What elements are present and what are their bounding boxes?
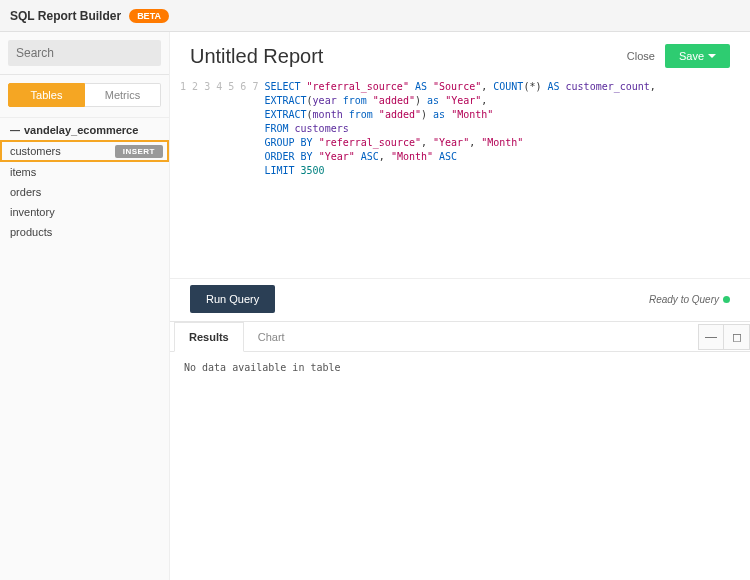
main-panel: Untitled Report Close Save 1 2 3 4 5 6 7… [170, 32, 750, 580]
save-label: Save [679, 50, 704, 62]
insert-button[interactable]: INSERT [115, 145, 163, 158]
tab-results[interactable]: Results [174, 322, 244, 352]
status-text: Ready to Query [649, 294, 719, 305]
results-header: Results Chart — ◻ [170, 321, 750, 352]
app-title: SQL Report Builder [10, 9, 121, 23]
table-label: customers [10, 145, 61, 157]
database-header[interactable]: — vandelay_ecommerce [0, 117, 169, 140]
maximize-icon: ◻ [732, 330, 742, 344]
run-query-button[interactable]: Run Query [190, 285, 275, 313]
results-empty-text: No data available in table [184, 362, 341, 373]
collapse-icon: — [10, 125, 20, 136]
table-list: customers INSERT items orders inventory … [0, 140, 169, 242]
beta-badge: BETA [129, 9, 169, 23]
table-item-inventory[interactable]: inventory [0, 202, 169, 222]
tab-tables[interactable]: Tables [8, 83, 85, 107]
query-status: Ready to Query [649, 294, 730, 305]
minimize-button[interactable]: — [698, 324, 724, 350]
table-item-customers[interactable]: customers INSERT [0, 140, 169, 162]
table-item-items[interactable]: items [0, 162, 169, 182]
report-title[interactable]: Untitled Report [190, 45, 323, 68]
sql-editor[interactable]: 1 2 3 4 5 6 7 SELECT "referral_source" A… [170, 76, 750, 278]
table-item-products[interactable]: products [0, 222, 169, 242]
save-button[interactable]: Save [665, 44, 730, 68]
close-button[interactable]: Close [627, 50, 655, 62]
search-input[interactable] [8, 40, 161, 66]
status-dot-icon [723, 296, 730, 303]
database-name: vandelay_ecommerce [24, 124, 138, 136]
results-body: No data available in table [170, 352, 750, 383]
tab-metrics[interactable]: Metrics [85, 83, 161, 107]
top-bar: SQL Report Builder BETA [0, 0, 750, 32]
tab-chart[interactable]: Chart [244, 323, 299, 351]
chevron-down-icon [708, 54, 716, 58]
minimize-icon: — [705, 330, 717, 344]
line-gutter: 1 2 3 4 5 6 7 [170, 80, 264, 178]
sidebar-tabs: Tables Metrics [0, 79, 169, 117]
table-item-orders[interactable]: orders [0, 182, 169, 202]
sql-code[interactable]: SELECT "referral_source" AS "Source", CO… [264, 80, 655, 178]
maximize-button[interactable]: ◻ [724, 324, 750, 350]
sidebar: Tables Metrics — vandelay_ecommerce cust… [0, 32, 170, 580]
